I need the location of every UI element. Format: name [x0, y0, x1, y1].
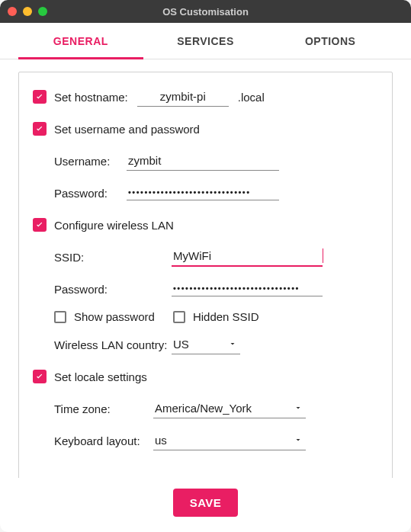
userpass-label: Set username and password	[54, 123, 200, 136]
wifi-checkbox[interactable]	[33, 218, 47, 232]
username-label: Username:	[54, 155, 127, 168]
tab-general[interactable]: GENERAL	[18, 23, 143, 59]
minimize-window-button[interactable]	[23, 7, 32, 16]
tab-bar: GENERAL SERVICES OPTIONS	[0, 23, 411, 59]
wifi-country-label: Wireless LAN country:	[54, 338, 172, 351]
hostname-input[interactable]	[137, 88, 229, 107]
locale-row: Set locale settings	[33, 366, 378, 387]
password-label: Password:	[54, 187, 127, 200]
hostname-row: Set hostname: .local	[33, 86, 378, 107]
show-password-label: Show password	[74, 310, 155, 323]
wifi-row: Configure wireless LAN	[33, 214, 378, 236]
timezone-label: Time zone:	[54, 402, 153, 415]
username-row: Username:	[54, 150, 378, 171]
timezone-value: America/New_York	[153, 399, 306, 418]
check-icon	[34, 91, 45, 102]
tab-services[interactable]: SERVICES	[143, 23, 268, 59]
userpass-checkbox[interactable]	[33, 122, 47, 136]
keyboard-value: us	[153, 431, 306, 450]
keyboard-select[interactable]: us	[153, 431, 306, 450]
wifi-password-label: Password:	[54, 283, 172, 296]
username-input[interactable]	[127, 152, 279, 171]
window-title: OS Customisation	[0, 6, 411, 18]
wifi-password-input[interactable]: •••••••••••••••••••••••••••••••	[172, 282, 323, 296]
window: OS Customisation GENERAL SERVICES OPTION…	[0, 0, 411, 532]
check-icon	[34, 123, 45, 134]
hostname-checkbox[interactable]	[33, 90, 47, 104]
hidden-ssid-label: Hidden SSID	[193, 310, 259, 323]
titlebar: OS Customisation	[0, 0, 411, 23]
locale-checkbox[interactable]	[33, 370, 47, 383]
footer: SAVE	[0, 478, 411, 532]
wifi-country-select[interactable]: US	[172, 335, 240, 354]
panel-scroll[interactable]: Set hostname: .local Set username and pa…	[0, 59, 411, 478]
ssid-row: SSID: MyWiFi	[54, 246, 378, 268]
close-window-button[interactable]	[8, 7, 17, 16]
wifi-label: Configure wireless LAN	[54, 219, 174, 232]
password-row: Password: ••••••••••••••••••••••••••••••	[54, 182, 378, 204]
ssid-input[interactable]: MyWiFi	[172, 247, 323, 267]
timezone-select[interactable]: America/New_York	[153, 399, 306, 418]
check-icon	[34, 220, 45, 230]
hostname-suffix: .local	[238, 91, 265, 104]
wifi-country-value: US	[172, 335, 240, 354]
check-icon	[34, 371, 45, 382]
wifi-options-row: Show password Hidden SSID	[54, 310, 378, 323]
hostname-label: Set hostname:	[54, 91, 128, 104]
keyboard-row: Keyboard layout: us	[54, 430, 378, 451]
keyboard-label: Keyboard layout:	[54, 434, 153, 447]
locale-label: Set locale settings	[54, 370, 147, 383]
userpass-row: Set username and password	[33, 118, 378, 139]
show-password-item: Show password	[54, 310, 155, 323]
save-button[interactable]: SAVE	[173, 489, 239, 517]
show-password-checkbox[interactable]	[54, 311, 66, 323]
password-input[interactable]: ••••••••••••••••••••••••••••••	[127, 186, 279, 200]
general-panel: Set hostname: .local Set username and pa…	[18, 72, 393, 478]
timezone-row: Time zone: America/New_York	[54, 398, 378, 419]
hidden-ssid-item: Hidden SSID	[173, 310, 259, 323]
hidden-ssid-checkbox[interactable]	[173, 311, 185, 323]
traffic-lights	[8, 7, 47, 16]
wifi-password-row: Password: ••••••••••••••••••••••••••••••…	[54, 278, 378, 300]
tab-options[interactable]: OPTIONS	[268, 23, 393, 59]
maximize-window-button[interactable]	[38, 7, 47, 16]
ssid-label: SSID:	[54, 251, 172, 264]
wifi-country-row: Wireless LAN country: US	[54, 334, 378, 355]
